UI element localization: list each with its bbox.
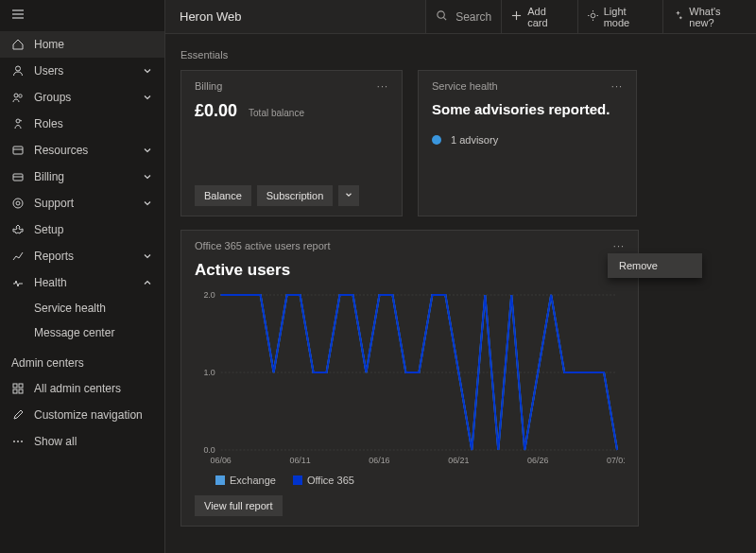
chart-legend: Exchange Office 365 [215,475,625,486]
sidebar-item-support[interactable]: Support [0,190,164,216]
sidebar-item-label: Home [34,38,153,51]
edit-icon [11,408,25,422]
sidebar-item-groups[interactable]: Groups [0,84,164,111]
svg-rect-13 [13,384,17,388]
chevron-down-icon [142,92,153,103]
svg-text:2.0: 2.0 [203,290,215,300]
search-box[interactable]: Search [425,0,501,33]
search-icon [436,9,448,25]
search-placeholder: Search [455,10,491,24]
advisory-row[interactable]: 1 advisory [432,134,623,146]
more-icon [11,435,25,448]
roles-icon [11,117,25,130]
svg-text:06/26: 06/26 [527,456,548,465]
svg-rect-15 [13,389,17,393]
svg-text:06/11: 06/11 [289,456,310,465]
admin-centers-title: Admin centers [0,345,164,375]
svg-point-19 [21,441,23,442]
info-dot-icon [432,135,441,145]
balance-button[interactable]: Balance [195,185,251,206]
tenant-name: Heron Web [165,0,425,33]
svg-point-24 [591,13,595,18]
sun-icon [588,10,598,23]
context-menu-remove[interactable]: Remove [608,253,702,278]
chevron-down-icon [142,145,153,156]
sidebar-item-label: Health [34,276,132,289]
svg-text:0.0: 0.0 [203,445,215,455]
active-users-chart: 0.01.02.006/0606/1106/1606/2106/2607/01 [195,289,625,469]
billing-card-more[interactable]: ··· [377,80,388,92]
svg-text:06/16: 06/16 [369,456,389,465]
svg-text:1.0: 1.0 [203,368,215,377]
sidebar-item-label: Customize navigation [34,408,153,422]
report-card-more[interactable]: ··· [613,240,625,251]
sparkle-icon [673,10,683,23]
service-health-card: Service health ··· Some advisories repor… [418,70,637,216]
sidebar-item-reports[interactable]: Reports [0,243,164,269]
sidebar-item-show-all[interactable]: Show all [0,428,164,455]
support-icon [11,197,25,210]
home-icon [11,38,25,51]
chevron-down-icon [142,65,153,77]
sidebar: Home Users Groups Roles Resources Billin… [0,0,165,553]
sidebar-item-roles[interactable]: Roles [0,111,164,137]
swatch-icon [215,475,225,485]
sidebar-item-billing[interactable]: Billing [0,164,164,190]
chevron-down-icon [142,251,153,262]
sidebar-sub-message-center[interactable]: Message center [0,320,164,345]
sidebar-item-label: Billing [34,170,132,183]
svg-point-17 [13,441,15,442]
legend-exchange[interactable]: Exchange [215,475,276,486]
billing-subtitle: Total balance [249,108,304,118]
report-card-title: Office 365 active users report [195,240,330,251]
resources-icon [11,144,25,157]
health-icon [11,276,25,289]
sidebar-item-label: All admin centers [34,382,153,395]
sidebar-item-label: Support [34,197,132,210]
svg-point-11 [13,199,23,208]
billing-card-title: Billing [195,80,222,92]
billing-more-actions[interactable] [338,185,359,206]
sidebar-item-label: Resources [34,144,132,157]
svg-point-3 [16,66,21,71]
subscription-button[interactable]: Subscription [257,185,334,206]
svg-rect-7 [13,147,23,154]
main-content: Heron Web Search Add card Light mode Wha… [165,0,756,553]
light-mode-button[interactable]: Light mode [577,0,663,33]
sidebar-item-resources[interactable]: Resources [0,137,164,164]
sidebar-item-customize-navigation[interactable]: Customize navigation [0,402,164,428]
billing-amount: £0.00 [195,101,237,121]
svg-line-21 [444,17,447,20]
legend-office365[interactable]: Office 365 [293,475,354,486]
svg-point-12 [16,201,20,205]
svg-point-4 [14,94,18,97]
svg-point-5 [19,95,22,97]
topbar: Heron Web Search Add card Light mode Wha… [165,0,756,34]
user-icon [11,64,25,78]
sidebar-item-all-admin-centers[interactable]: All admin centers [0,375,164,402]
advisory-count: 1 advisory [451,134,498,146]
sidebar-item-users[interactable]: Users [0,58,164,84]
sidebar-item-setup[interactable]: Setup [0,216,164,243]
add-card-button[interactable]: Add card [501,0,577,33]
sidebar-item-home[interactable]: Home [0,31,164,58]
health-card-title: Service health [432,80,498,92]
groups-icon [11,91,25,104]
svg-rect-16 [19,389,23,393]
sidebar-item-label: Reports [34,250,132,263]
billing-icon [11,170,25,183]
view-full-report-button[interactable]: View full report [195,495,283,516]
whats-new-button[interactable]: What's new? [662,0,756,33]
svg-point-6 [16,119,20,123]
plus-icon [511,10,522,23]
setup-icon [11,223,25,236]
sidebar-item-label: Users [34,64,132,78]
sidebar-item-label: Setup [34,223,153,236]
grid-icon [11,382,25,395]
svg-rect-14 [19,384,23,388]
hamburger-menu[interactable] [0,0,164,31]
essentials-label: Essentials [180,49,741,60]
sidebar-sub-service-health[interactable]: Service health [0,296,164,320]
sidebar-item-health[interactable]: Health [0,269,164,296]
health-card-more[interactable]: ··· [611,80,623,92]
